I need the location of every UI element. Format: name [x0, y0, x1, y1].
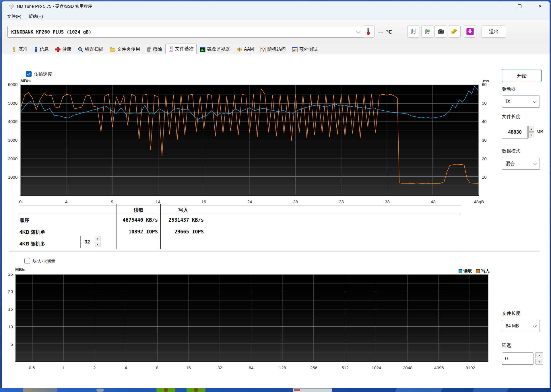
temperature-button[interactable] — [362, 26, 375, 38]
queue-depth-spinner: ▲ ▼ — [95, 236, 100, 247]
row-label-4kb-single: 4KB 随机单 — [20, 229, 45, 235]
down-arrow-icon — [466, 28, 474, 35]
tab-error-scan[interactable]: 错误扫描 — [75, 45, 106, 54]
block-chart-axis-label: MB/s — [15, 267, 26, 272]
screenshot-button[interactable] — [434, 26, 447, 38]
menu-file[interactable]: 文件(F) — [5, 13, 23, 20]
copy-text-button[interactable] — [407, 26, 420, 38]
block-chart-ytick: 10 — [2, 324, 13, 329]
tab-random-access[interactable]: 随机访问 — [257, 45, 289, 54]
queue-depth-down-button[interactable]: ▼ — [95, 242, 100, 247]
main-chart-xtick: 9 — [111, 199, 113, 204]
delay-up-button[interactable]: ▲ — [535, 352, 543, 358]
extra-tests-icon — [292, 47, 298, 52]
close-button[interactable]: ✕ — [533, 1, 547, 11]
main-chart-ytick-left: 6000 — [2, 82, 18, 87]
start-button[interactable]: 开始 — [502, 69, 542, 82]
tab-extra-tests[interactable]: 额外测试 — [289, 45, 321, 54]
block-size-checkbox[interactable] — [24, 258, 30, 264]
main-chart-xtick: 4 — [65, 199, 67, 204]
main-chart-xtick: 38 — [385, 199, 390, 204]
transfer-speed-checkbox[interactable] — [26, 71, 32, 77]
temperature-unit: ℃ — [386, 29, 392, 35]
queue-depth-input[interactable]: 32 — [80, 236, 94, 248]
copy-image-icon — [424, 28, 431, 35]
exit-button[interactable]: 退出 — [482, 26, 506, 38]
delay-down-button[interactable]: ▼ — [535, 359, 543, 365]
tab-aam[interactable]: AAM — [233, 45, 257, 54]
random-single-read-value: 10892 IOPS — [120, 229, 158, 235]
tab-disk-monitor[interactable]: 磁盘监视器 — [197, 45, 233, 54]
data-mode-label: 数据模式 — [502, 148, 520, 154]
file-length-down-button[interactable]: ▼ — [528, 132, 534, 138]
block-chart-xtick: 2048 — [403, 365, 412, 370]
main-chart-xtick: 48gB — [474, 199, 484, 204]
main-chart-xtick: 33 — [339, 199, 344, 204]
file-length-input[interactable]: 48830 — [502, 126, 528, 139]
tab-label: 基准 — [18, 46, 28, 52]
tab-label: 额外测试 — [299, 46, 318, 52]
block-chart-xtick: 256 — [310, 365, 317, 370]
data-mode-select[interactable]: 混合 — [502, 158, 540, 170]
checkmark-icon — [27, 73, 31, 76]
main-chart-xtick: 19 — [201, 199, 206, 204]
file-length-label: 文件长度 — [502, 114, 520, 120]
speaker-icon — [236, 47, 242, 52]
block-chart-xtick: 8 — [156, 365, 158, 370]
random-single-write-value: 29665 IOPS — [163, 229, 204, 235]
gears-icon — [451, 28, 458, 35]
drive-select[interactable]: D: — [502, 95, 540, 108]
table-header-line — [20, 214, 461, 214]
block-file-length-select[interactable]: 64 MB — [502, 320, 540, 332]
main-chart-ytick-right: 40 — [482, 119, 487, 124]
main-chart-ytick-left: 5000 — [2, 101, 18, 106]
transfer-speed-chart — [20, 85, 479, 196]
menu-bar — [2, 11, 550, 20]
main-chart-ytick-right: 60 — [482, 82, 487, 87]
desktop-strip — [0, 388, 551, 392]
block-size-chart — [15, 274, 488, 362]
tab-info[interactable]: 信息 — [31, 45, 52, 54]
queue-depth-up-button[interactable]: ▲ — [95, 236, 100, 241]
close-icon: ✕ — [538, 4, 542, 8]
exclamation-icon — [11, 47, 17, 52]
block-chart-ytick: 5 — [2, 342, 13, 347]
sequential-read-value: 4675440 KB/s — [120, 217, 158, 223]
row-label-sequential: 顺序 — [20, 217, 29, 224]
read-column-header: 读取 — [120, 207, 158, 213]
desktop-icon — [23, 388, 57, 392]
copy-image-button[interactable] — [421, 26, 434, 38]
block-chart-ytick: 20 — [2, 289, 13, 294]
drive-combobox-value: KINGBANK KP260 PLUS (1024 gB) — [11, 29, 91, 35]
tab-health[interactable]: 健康 — [52, 45, 75, 54]
block-chart-xtick: 1024 — [372, 365, 381, 370]
exit-button-label: 退出 — [489, 28, 499, 35]
drive-combobox[interactable]: KINGBANK KP260 PLUS (1024 gB) — [7, 26, 364, 38]
settings-button[interactable] — [448, 26, 461, 38]
minimize-button[interactable] — [493, 1, 506, 11]
save-results-button[interactable] — [464, 26, 476, 38]
main-chart-xtick: 28 — [293, 199, 298, 204]
maximize-button[interactable] — [513, 1, 526, 11]
table-vline-2 — [160, 204, 161, 249]
delay-input[interactable]: 0 — [502, 352, 533, 365]
block-chart-xtick: 8192 — [465, 365, 475, 370]
section-divider — [9, 251, 540, 252]
magnifier-icon — [78, 47, 83, 52]
main-chart-xtick: 24 — [247, 199, 252, 204]
trash-icon — [146, 47, 151, 52]
block-chart-ytick: 25 — [2, 272, 13, 276]
legend-write-label: 写入 — [481, 268, 490, 274]
tab-benchmark[interactable]: 基准 — [8, 45, 31, 54]
tab-folder-usage[interactable]: 文件夹使用 — [106, 45, 143, 54]
app-window: HD Tune Pro 5.75 - 硬盘/SSD 实用程序 ✕ 文件(F) 帮… — [2, 1, 550, 388]
tab-erase[interactable]: 擦除 — [143, 45, 165, 54]
main-chart-ytick-right: 20 — [482, 156, 487, 161]
main-chart-ytick-right: 10 — [482, 175, 487, 180]
minimize-icon — [498, 6, 501, 6]
file-length-up-button[interactable]: ▲ — [528, 126, 534, 132]
tab-file-benchmark[interactable]: 文件基准 — [165, 44, 197, 54]
menu-help[interactable]: 帮助(H) — [27, 13, 45, 20]
tab-bar: 基准 信息 健康 错误扫描 文件夹使用 擦除 — [2, 43, 550, 54]
desktop-icon — [96, 389, 104, 392]
